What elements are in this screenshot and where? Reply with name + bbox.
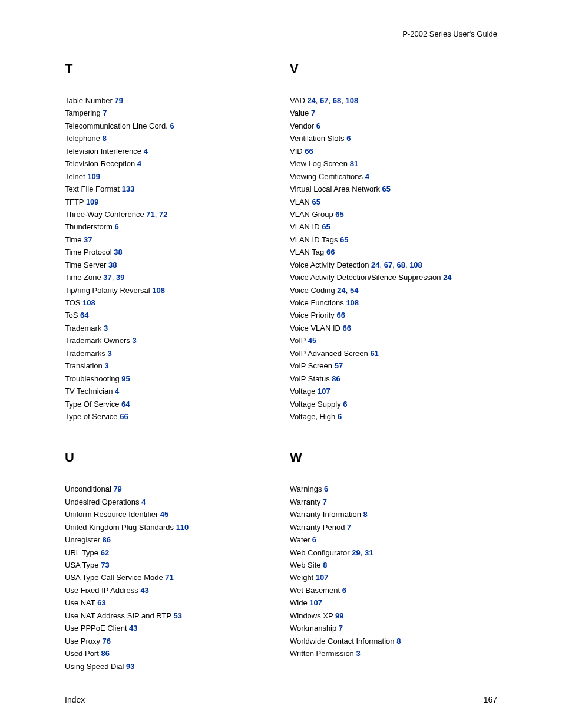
page-link[interactable]: 4 <box>144 147 148 156</box>
page-link[interactable]: 79 <box>113 485 121 493</box>
page-link[interactable]: 108 <box>152 286 165 295</box>
page-link[interactable]: 24 <box>371 261 379 269</box>
page-link[interactable]: 66 <box>343 324 351 332</box>
page-link[interactable]: 3 <box>132 336 136 345</box>
page-link[interactable]: 24 <box>443 273 451 282</box>
page-link[interactable]: 6 <box>342 586 346 595</box>
page-link[interactable]: 67 <box>384 261 392 269</box>
page-link[interactable]: 37 <box>103 273 111 282</box>
page-link[interactable]: 107 <box>309 598 322 607</box>
index-entry: Unconditional 79 <box>65 483 272 495</box>
page-link[interactable]: 43 <box>140 586 148 595</box>
page-link[interactable]: 8 <box>363 510 368 519</box>
page-link[interactable]: 43 <box>129 624 137 633</box>
page-link[interactable]: 62 <box>101 548 109 557</box>
page-link[interactable]: 65 <box>322 222 330 231</box>
page-link[interactable]: 110 <box>176 523 189 532</box>
index-entry: Water 6 <box>290 533 497 546</box>
page-link[interactable]: 64 <box>121 400 130 409</box>
page-link[interactable]: 108 <box>346 298 359 307</box>
page-link[interactable]: 79 <box>115 96 123 105</box>
page-link[interactable]: 65 <box>382 185 391 193</box>
page-link[interactable]: 107 <box>316 573 329 582</box>
page-link[interactable]: 8 <box>103 134 107 143</box>
page-link[interactable]: 65 <box>335 210 343 219</box>
page-link[interactable]: 6 <box>312 535 316 544</box>
page-link[interactable]: 4 <box>115 387 119 396</box>
page-link[interactable]: 65 <box>312 197 320 206</box>
page-link[interactable]: 73 <box>101 561 109 569</box>
index-term: Time <box>65 235 84 244</box>
page-link[interactable]: 95 <box>121 374 130 383</box>
page-link[interactable]: 76 <box>103 637 111 645</box>
page-link[interactable]: 3 <box>104 324 108 332</box>
page-link[interactable]: 133 <box>122 185 135 193</box>
page-link[interactable]: 81 <box>350 159 358 168</box>
page-link[interactable]: 93 <box>126 662 134 671</box>
page-link[interactable]: 68 <box>396 261 405 269</box>
page-link[interactable]: 38 <box>114 248 122 256</box>
page-link[interactable]: 65 <box>340 235 348 244</box>
page-link[interactable]: 108 <box>82 298 95 307</box>
page-link[interactable]: 63 <box>97 598 105 607</box>
index-term: VLAN Tag <box>290 248 326 256</box>
page-link[interactable]: 108 <box>346 96 359 105</box>
page-link[interactable]: 71 <box>146 210 154 219</box>
page-link[interactable]: 38 <box>108 261 117 269</box>
page-link[interactable]: 86 <box>101 649 109 658</box>
page-separator: , <box>316 96 320 105</box>
page-link[interactable]: 109 <box>87 172 100 181</box>
page-link[interactable]: 24 <box>307 96 315 105</box>
page-link[interactable]: 45 <box>308 336 316 345</box>
page-link[interactable]: 6 <box>324 485 328 493</box>
page-link[interactable]: 7 <box>103 108 107 117</box>
page-link[interactable]: 72 <box>159 210 167 219</box>
page-link[interactable]: 29 <box>352 548 360 557</box>
page-link[interactable]: 4 <box>137 159 141 168</box>
page-link[interactable]: 64 <box>80 311 88 319</box>
page-link[interactable]: 66 <box>336 311 345 319</box>
page-link[interactable]: 3 <box>104 361 108 370</box>
page-link[interactable]: 6 <box>338 412 342 421</box>
page-link[interactable]: 54 <box>350 286 358 295</box>
page-link[interactable]: 71 <box>165 573 173 582</box>
index-term: Worldwide Contact Information <box>290 637 396 645</box>
page-link[interactable]: 57 <box>335 361 343 370</box>
page-link[interactable]: 45 <box>160 510 168 519</box>
page-link[interactable]: 109 <box>86 197 99 206</box>
page-link[interactable]: 4 <box>365 172 369 181</box>
page-link[interactable]: 37 <box>84 235 92 244</box>
page-link[interactable]: 6 <box>343 400 347 409</box>
page-link[interactable]: 7 <box>339 624 343 633</box>
page-link[interactable]: 86 <box>332 374 340 383</box>
page-link[interactable]: 6 <box>346 134 351 143</box>
page-link[interactable]: 24 <box>337 286 345 295</box>
page-link[interactable]: 66 <box>305 147 313 156</box>
page-link[interactable]: 61 <box>370 349 378 358</box>
page-link[interactable]: 8 <box>396 637 401 645</box>
index-term: Web Configurator <box>290 548 352 557</box>
page-link[interactable]: 86 <box>103 535 111 544</box>
page-link[interactable]: 3 <box>107 349 111 358</box>
index-entry: USA Type Call Service Mode 71 <box>65 571 272 584</box>
page-link[interactable]: 66 <box>120 412 128 421</box>
page-link[interactable]: 7 <box>311 108 315 117</box>
page-link[interactable]: 7 <box>323 498 327 506</box>
page-link[interactable]: 67 <box>320 96 328 105</box>
page-link[interactable]: 99 <box>335 611 343 620</box>
page-link[interactable]: 6 <box>170 121 174 130</box>
page-link[interactable]: 53 <box>174 611 182 620</box>
page-link[interactable]: 3 <box>356 649 360 658</box>
page-link[interactable]: 6 <box>316 121 320 130</box>
page-link[interactable]: 66 <box>326 248 335 256</box>
page-link[interactable]: 107 <box>318 387 330 396</box>
page-link[interactable]: 31 <box>365 548 373 557</box>
page-link[interactable]: 108 <box>409 261 422 269</box>
page-link[interactable]: 4 <box>141 498 146 506</box>
page-link[interactable]: 7 <box>347 523 351 532</box>
header-title: P-2002 Series User's Guide <box>402 29 497 38</box>
page-link[interactable]: 8 <box>323 561 327 569</box>
page-link[interactable]: 39 <box>116 273 124 282</box>
page-link[interactable]: 6 <box>115 222 119 231</box>
page-link[interactable]: 68 <box>333 96 341 105</box>
